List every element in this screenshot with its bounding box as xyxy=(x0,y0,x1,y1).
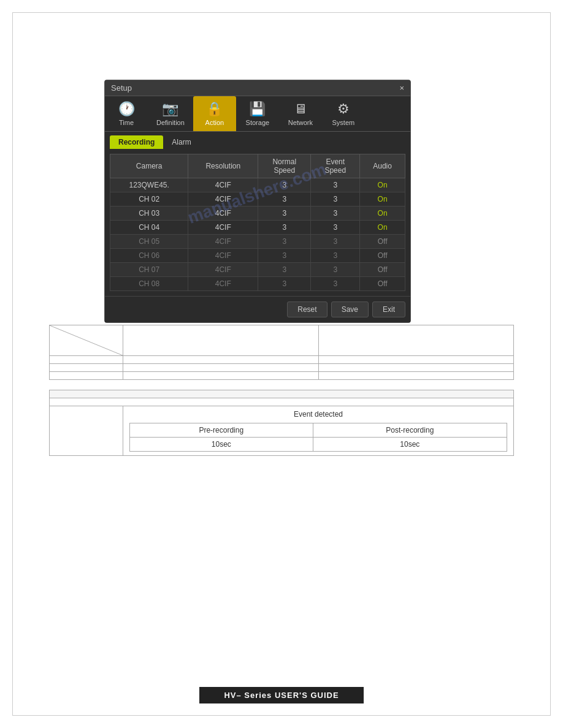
table-row xyxy=(50,372,514,380)
normal-speed-cell: 3 xyxy=(258,277,311,291)
table-row: CH 03 4CIF 3 3 On xyxy=(110,207,405,221)
resolution-cell: 4CIF xyxy=(188,178,258,192)
recording-table: Camera Resolution NormalSpeed EventSpeed… xyxy=(110,154,405,291)
nav-action-label: Action xyxy=(205,119,224,126)
normal-speed-cell: 3 xyxy=(258,235,311,249)
post-time: 10sec xyxy=(313,438,507,452)
table-row: CH 05 4CIF 3 3 Off xyxy=(110,235,405,249)
normal-speed-cell: 3 xyxy=(258,221,311,235)
post-recording-label: Post-recording xyxy=(313,423,507,438)
audio-cell: On xyxy=(360,221,405,235)
event-diagram-cell: Event detected Pre-recording Post-record… xyxy=(123,406,514,456)
nav-definition-label: Definition xyxy=(156,119,185,126)
camera-cell: CH 07 xyxy=(110,263,188,277)
table1-header-col3 xyxy=(318,325,514,356)
nav-action[interactable]: 🔒 Action xyxy=(193,96,236,131)
normal-speed-cell: 3 xyxy=(258,207,311,221)
event-speed-cell: 3 xyxy=(311,192,360,207)
storage-icon: 💾 xyxy=(249,101,266,117)
col-resolution: Resolution xyxy=(188,154,258,178)
table1-r3c1 xyxy=(50,372,123,380)
event-speed-cell: 3 xyxy=(311,277,360,291)
event-left-label xyxy=(50,406,123,456)
nav-time-label: Time xyxy=(119,119,134,126)
audio-cell: Off xyxy=(360,249,405,263)
col-event-speed: EventSpeed xyxy=(311,154,360,178)
nav-storage[interactable]: 💾 Storage xyxy=(236,96,279,131)
table1-r2c3 xyxy=(318,364,514,372)
resolution-cell: 4CIF xyxy=(188,221,258,235)
tab-alarm[interactable]: Alarm xyxy=(163,135,199,149)
table1-r1c1 xyxy=(50,356,123,364)
table-row: CH 07 4CIF 3 3 Off xyxy=(110,263,405,277)
col-normal-speed: NormalSpeed xyxy=(258,154,311,178)
info-table-1 xyxy=(49,325,514,380)
event-speed-cell: 3 xyxy=(311,263,360,277)
nav-network-label: Network xyxy=(288,119,313,126)
table-row: CH 02 4CIF 3 3 On xyxy=(110,192,405,207)
audio-cell: On xyxy=(360,178,405,192)
event-title-row xyxy=(50,390,514,398)
col-camera: Camera xyxy=(110,154,188,178)
nav-time[interactable]: 🕐 Time xyxy=(105,96,148,131)
event-inner-table: Pre-recording Post-recording 10sec 10sec xyxy=(129,423,507,452)
svg-line-0 xyxy=(50,325,123,355)
camera-cell: CH 05 xyxy=(110,235,188,249)
table1-r2c2 xyxy=(123,364,319,372)
page-footer: HV– Series USER'S GUIDE xyxy=(0,687,563,703)
setup-titlebar: Setup × xyxy=(105,80,410,96)
event-speed-cell: 3 xyxy=(311,207,360,221)
event-speed-cell: 3 xyxy=(311,249,360,263)
table1-r3c3 xyxy=(318,372,514,380)
event-speed-cell: 3 xyxy=(311,178,360,192)
resolution-cell: 4CIF xyxy=(188,249,258,263)
dialog-title: Setup xyxy=(111,83,132,93)
normal-speed-cell: 3 xyxy=(258,249,311,263)
nav-network[interactable]: 🖥 Network xyxy=(279,96,322,131)
resolution-cell: 4CIF xyxy=(188,207,258,221)
time-icon: 🕐 xyxy=(118,101,135,117)
audio-cell: On xyxy=(360,207,405,221)
camera-cell: CH 08 xyxy=(110,277,188,291)
table1-r1c2 xyxy=(123,356,319,364)
reset-button[interactable]: Reset xyxy=(287,301,327,317)
setup-footer: Reset Save Exit xyxy=(105,296,410,322)
resolution-cell: 4CIF xyxy=(188,263,258,277)
camera-cell: CH 03 xyxy=(110,207,188,221)
action-icon: 🔒 xyxy=(206,101,223,117)
camera-cell: CH 02 xyxy=(110,192,188,207)
exit-button[interactable]: Exit xyxy=(372,301,405,317)
resolution-cell: 4CIF xyxy=(188,192,258,207)
camera-cell: 123QWE45. xyxy=(110,178,188,192)
event-title-cell xyxy=(50,390,514,398)
nav-system-label: System xyxy=(332,119,355,126)
nav-definition[interactable]: 📷 Definition xyxy=(148,96,193,131)
save-button[interactable]: Save xyxy=(331,301,369,317)
event-table: Event detected Pre-recording Post-record… xyxy=(49,390,514,456)
resolution-cell: 4CIF xyxy=(188,277,258,291)
pre-recording-label: Pre-recording xyxy=(130,423,313,438)
network-icon: 🖥 xyxy=(294,101,307,117)
definition-icon: 📷 xyxy=(162,101,178,117)
audio-cell: Off xyxy=(360,277,405,291)
audio-cell: On xyxy=(360,192,405,207)
table-row: CH 08 4CIF 3 3 Off xyxy=(110,277,405,291)
nav-system[interactable]: ⚙ System xyxy=(322,96,365,131)
resolution-cell: 4CIF xyxy=(188,235,258,249)
tab-bar: Recording Alarm xyxy=(105,132,410,149)
nav-storage-label: Storage xyxy=(246,119,270,126)
setup-nav: 🕐 Time 📷 Definition 🔒 Action 💾 Storage 🖥… xyxy=(105,96,410,132)
event-speed-cell: 3 xyxy=(311,221,360,235)
event-speed-cell: 3 xyxy=(311,235,360,249)
audio-cell: Off xyxy=(360,235,405,249)
event-content-row: Event detected Pre-recording Post-record… xyxy=(50,406,514,456)
audio-cell: Off xyxy=(360,263,405,277)
camera-cell: CH 04 xyxy=(110,221,188,235)
table1-header-col2 xyxy=(123,325,319,356)
close-button[interactable]: × xyxy=(399,83,404,93)
tab-recording[interactable]: Recording xyxy=(110,135,163,149)
event-detected-label: Event detected xyxy=(129,410,507,420)
table1-r2c1 xyxy=(50,364,123,372)
table1-r3c2 xyxy=(123,372,319,380)
rec-table-wrap: Camera Resolution NormalSpeed EventSpeed… xyxy=(105,149,410,296)
